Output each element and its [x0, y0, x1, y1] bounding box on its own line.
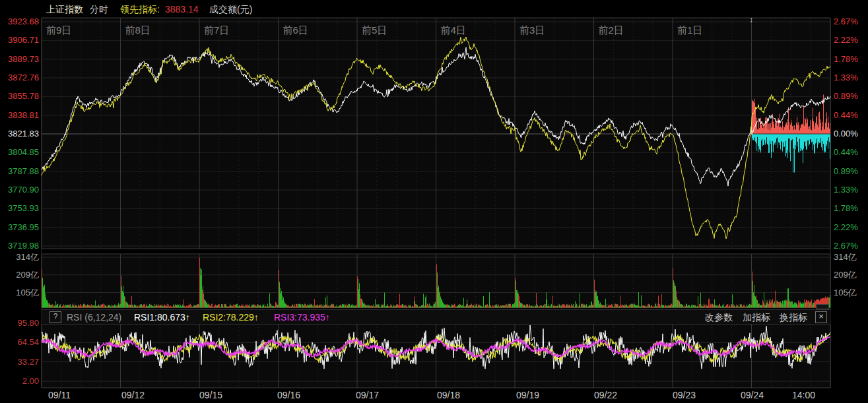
- day-label: 前4日: [441, 25, 466, 36]
- volume-axis-label-left: 209亿: [1, 270, 39, 280]
- price-axis-label: 3736.95: [1, 222, 39, 233]
- day-label: 前9日: [46, 25, 71, 36]
- chart-canvas[interactable]: [0, 0, 868, 403]
- volume-axis-label-left: 105亿: [1, 288, 39, 298]
- percent-axis-label: 1.33%: [834, 73, 858, 83]
- percent-axis-label: 0.44%: [834, 147, 858, 158]
- percent-axis-label: 2.22%: [834, 222, 858, 233]
- indicator-toolbar: ? RSI (6,12,24) RSI1:80.673↑ RSI2:78.229…: [42, 309, 830, 325]
- volume-axis-label-right: 105亿: [834, 288, 857, 298]
- leading-indicator-value: 3883.14: [165, 4, 199, 15]
- day-label: 前8日: [125, 25, 150, 36]
- volume-axis-label-right: 209亿: [834, 270, 857, 280]
- price-axis-label: 3821.83: [1, 129, 39, 139]
- volume-axis-label-left: 314亿: [1, 252, 39, 263]
- percent-axis-label: 0.89%: [834, 166, 858, 177]
- turnover-label: 成交额(元): [209, 4, 252, 16]
- percent-axis-label: 2.67%: [834, 241, 858, 251]
- add-indicator-button[interactable]: 加指标: [743, 312, 770, 324]
- panel-splitter-icon[interactable]: ↕: [747, 15, 756, 25]
- close-icon[interactable]: ×: [815, 311, 827, 323]
- date-axis-label: 09/24: [741, 390, 764, 400]
- date-axis-label: 09/12: [121, 390, 145, 400]
- switch-indicator-button[interactable]: 换指标: [780, 312, 807, 324]
- price-axis-label: 3838.81: [1, 110, 39, 121]
- day-label: 前6日: [283, 25, 308, 36]
- price-axis-label: 3872.76: [1, 73, 39, 83]
- percent-axis-label: 2.67%: [834, 16, 858, 27]
- percent-axis-label: 1.78%: [834, 203, 858, 214]
- price-axis-label: 3753.93: [1, 203, 39, 214]
- rsi3-value: RSI3:73.935↑: [274, 312, 330, 323]
- chart-header: 上证指数 分时 领先指标: 3883.14 成交额(元): [0, 0, 868, 18]
- day-label: 前3日: [519, 25, 545, 36]
- date-axis-label: 09/16: [277, 390, 300, 400]
- tab-minute-chart[interactable]: 分时: [90, 4, 108, 16]
- index-name: 上证指数: [46, 4, 83, 16]
- date-axis-label: 09/23: [673, 390, 696, 400]
- time-axis-label: 14:00: [792, 390, 815, 400]
- date-axis-label: 09/17: [356, 390, 379, 400]
- date-axis-label: 09/11: [48, 390, 71, 400]
- rsi-axis-label: 33.27: [1, 357, 39, 367]
- change-params-button[interactable]: 改参数: [705, 312, 733, 324]
- day-label: 前5日: [362, 25, 387, 36]
- date-axis-label: 09/22: [594, 390, 617, 400]
- price-axis-label: 3804.85: [1, 147, 39, 158]
- price-axis-label: 3923.68: [1, 16, 39, 27]
- price-axis-label: 3770.90: [1, 185, 39, 195]
- rsi1-value: RSI1:80.673↑: [134, 312, 190, 323]
- volume-axis-label-right: 314亿: [834, 252, 857, 263]
- rsi-title: RSI (6,12,24): [67, 312, 121, 323]
- volume-panel-handle[interactable]: [816, 304, 829, 309]
- trading-app-window: 上证指数 分时 领先指标: 3883.14 成交额(元) ↕ 3923.6839…: [0, 0, 868, 403]
- price-axis-label: 3787.88: [1, 166, 39, 177]
- price-axis-label: 3855.78: [1, 91, 39, 102]
- percent-axis-label: 0.89%: [834, 91, 858, 102]
- percent-axis-label: 0.00%: [834, 129, 858, 139]
- help-icon[interactable]: ?: [50, 311, 61, 323]
- percent-axis-label: 0.44%: [834, 110, 858, 121]
- date-axis-label: 09/19: [516, 390, 539, 400]
- day-label: 前1日: [677, 25, 702, 36]
- day-label: 前2日: [599, 25, 624, 36]
- rsi-axis-label: 2.00: [1, 376, 39, 387]
- percent-axis-label: 2.22%: [834, 35, 858, 46]
- price-axis-label: 3906.71: [1, 35, 39, 46]
- rsi-axis-label: 64.54: [1, 337, 39, 348]
- price-axis-label: 3889.73: [1, 54, 39, 65]
- date-axis-label: 09/18: [437, 390, 460, 400]
- percent-axis-label: 1.78%: [834, 54, 858, 65]
- percent-axis-label: 1.33%: [834, 185, 858, 195]
- price-axis-label: 3719.98: [1, 241, 39, 251]
- rsi-axis-label: 95.80: [1, 318, 39, 328]
- date-axis-label: 09/15: [199, 390, 222, 400]
- day-label: 前7日: [204, 25, 229, 36]
- rsi2-value: RSI2:78.229↑: [203, 312, 259, 323]
- leading-indicator-label: 领先指标:: [120, 4, 160, 16]
